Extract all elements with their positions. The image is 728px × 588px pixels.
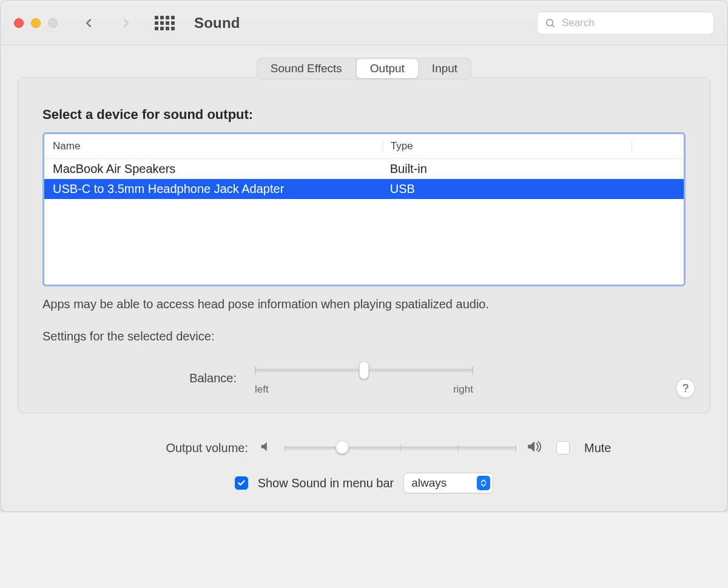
balance-left-label: left <box>255 384 269 396</box>
menubar-mode-value: always <box>411 476 447 490</box>
output-volume-slider[interactable] <box>285 441 515 455</box>
back-button[interactable] <box>82 16 95 30</box>
mute-label: Mute <box>584 441 710 455</box>
search-field[interactable] <box>537 12 714 35</box>
menubar-mode-popup[interactable]: always <box>403 473 493 493</box>
tab-input[interactable]: Input <box>419 58 471 79</box>
output-panel: Select a device for sound output: Name T… <box>18 77 710 413</box>
search-input[interactable] <box>561 16 706 30</box>
zoom-button[interactable] <box>48 18 58 28</box>
forward-button[interactable] <box>120 16 133 30</box>
device-row[interactable]: MacBook Air Speakers Built-in <box>44 159 684 179</box>
show-in-menubar-label: Show Sound in menu bar <box>258 476 394 490</box>
volume-low-icon <box>259 440 274 456</box>
volume-thumb[interactable] <box>335 441 349 454</box>
device-type: USB <box>383 182 632 196</box>
svg-point-0 <box>547 19 553 26</box>
balance-label: Balance: <box>42 371 237 385</box>
balance-thumb[interactable] <box>359 361 369 379</box>
tab-sound-effects[interactable]: Sound Effects <box>257 58 356 79</box>
window-controls <box>14 18 58 28</box>
device-row[interactable]: USB-C to 3.5mm Headphone Jack Adapter US… <box>44 179 684 199</box>
device-table[interactable]: Name Type MacBook Air Speakers Built-in … <box>42 132 686 286</box>
tab-bar: Sound Effects Output Input <box>257 58 471 79</box>
balance-slider[interactable] <box>255 360 473 380</box>
column-name[interactable]: Name <box>53 140 383 152</box>
column-type[interactable]: Type <box>383 140 632 152</box>
output-volume-label: Output volume: <box>18 441 248 455</box>
spatial-audio-note: Apps may be able to access head pose inf… <box>42 297 686 311</box>
sound-preferences-window: Sound Sound Effects Output Input Select … <box>0 0 728 512</box>
select-device-heading: Select a device for sound output: <box>42 107 686 123</box>
close-button[interactable] <box>14 18 24 28</box>
show-in-menubar-checkbox[interactable] <box>235 476 248 490</box>
help-button[interactable]: ? <box>676 379 695 398</box>
device-name: MacBook Air Speakers <box>53 162 383 176</box>
balance-right-label: right <box>453 384 473 396</box>
question-icon: ? <box>682 382 689 395</box>
chevron-up-down-icon <box>477 476 490 490</box>
device-settings-heading: Settings for the selected device: <box>42 329 686 343</box>
window-title: Sound <box>194 15 240 32</box>
show-all-button[interactable] <box>155 16 175 30</box>
search-icon <box>545 18 556 29</box>
svg-line-1 <box>552 25 554 27</box>
device-table-header: Name Type <box>44 134 684 159</box>
toolbar: Sound <box>1 1 727 46</box>
volume-high-icon <box>526 439 545 457</box>
mute-checkbox[interactable] <box>556 441 570 455</box>
nav-arrows <box>82 16 133 30</box>
device-type: Built-in <box>383 162 632 176</box>
minimize-button[interactable] <box>31 18 41 28</box>
device-name: USB-C to 3.5mm Headphone Jack Adapter <box>53 182 383 196</box>
tab-output[interactable]: Output <box>357 59 418 78</box>
